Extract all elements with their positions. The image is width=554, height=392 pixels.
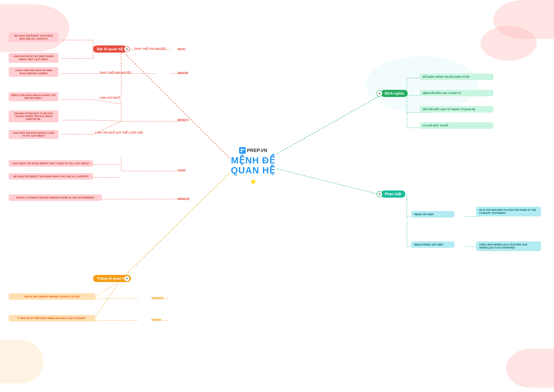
svg-line-0 xyxy=(121,50,229,158)
dinh-nghia-item-1: BỔ SUNG THÔNG TIN CHO DANH TỪ ĐÓ xyxy=(420,74,493,80)
phan-biet-star-badge: ✳ xyxy=(377,191,383,197)
whom-example: I HAD A MEETING WITH MY NEW BOSS (WHOM) … xyxy=(9,67,58,77)
which-label2-connector: LÀM TÂN NGỮ (CÓ THỂ LƯỢC BỎ) xyxy=(95,131,143,134)
center-title: PREP.VN MỆNH ĐỀ QUAN HỆ ★ xyxy=(229,147,277,186)
who-example-2: I WAS INVITED BY MY NEW FRIEND (WHO) I M… xyxy=(9,53,58,63)
whose-keyword: WHOSE xyxy=(177,197,190,201)
mdqh-khong-xac-dinh-example: TODD, WHO WORKS AS A TEACHER, HAS TRAVEL… xyxy=(476,241,541,251)
that-keyword: THAT xyxy=(177,168,186,172)
trang-tu-star-badge: ✳ xyxy=(124,276,130,282)
mdqh-xac-dinh-example: HE IS THE MAN WHO PLAYED THE PIANO AT TH… xyxy=(476,207,541,217)
svg-line-2 xyxy=(277,95,381,154)
prep-logo-text: PREP.VN xyxy=(247,148,267,153)
which-example-3: CAN I HAVE THE BOOK (WHICH) I GAVE TO YO… xyxy=(9,130,58,139)
dinh-nghia-item-4: CÓ CHỦ NGỮ, VỊ NGỮ xyxy=(420,122,493,129)
whose-example: NAM IS A STUDENT WHOSE PARENTS WORK IN T… xyxy=(9,194,102,201)
dinh-nghia-star-badge: ✳ xyxy=(377,91,383,97)
which-example-1: HERE IS THE BOOK WHICH IS ABOUT THE BAXT… xyxy=(9,92,58,101)
svg-rect-52 xyxy=(242,149,244,150)
center-star-icon: ★ xyxy=(229,177,277,186)
where-example: THIS IS THE LIBRARY WHERE I USUALLY STUD… xyxy=(9,293,95,300)
svg-line-17 xyxy=(93,100,121,104)
who-keyword: WHO xyxy=(177,47,186,51)
svg-line-43 xyxy=(93,279,121,299)
prep-logo: PREP.VN xyxy=(229,147,277,154)
mdqh-xac-dinh-label: MĐQH XÁC ĐỊNH xyxy=(411,211,454,217)
dai-tu-star-badge: ✳ xyxy=(124,46,130,52)
mindmap-container: PREP.VN MỆNH ĐỀ QUAN HỆ ★ Đại từ quan hệ… xyxy=(0,0,554,392)
svg-line-1 xyxy=(121,173,229,279)
who-label-connector: THAY THẾ CHO NGƯỜI xyxy=(134,47,166,50)
phan-biet-pill: Phân biệt xyxy=(381,190,405,198)
that-example-1: CAN I HAVE THE BOOK WHICH/ THAT I GAVE T… xyxy=(9,160,93,167)
whom-label-connector: THAY THẾ CHO NGƯỜI xyxy=(100,71,131,74)
who-example-1: WE HAVE DIFFERENT TEACHERS WHO ARE ALL E… xyxy=(9,33,58,42)
dinh-nghia-item-3: BẮT ĐẦU BỞI 1 ĐẠI TỪ/ TRẠNG TỪ QUAN HỆ xyxy=(420,106,493,112)
dai-tu-quan-he-pill: Đại từ quan hệ xyxy=(93,45,127,53)
svg-rect-53 xyxy=(241,151,242,152)
where-keyword: WHERE xyxy=(152,296,164,300)
which-keyword: WHICH xyxy=(177,118,188,122)
dinh-nghia-pill: Định nghĩa xyxy=(381,90,408,97)
whom-keyword: WHOM xyxy=(177,71,188,75)
svg-rect-51 xyxy=(241,149,242,150)
which-example-2: THE MAN SITTING NEXT TO ME KEPT TALKING … xyxy=(9,110,58,122)
which-label1-connector: LÀM CHỦ NGỮ xyxy=(100,96,120,99)
when-keyword: WHEN xyxy=(152,318,161,322)
svg-line-3 xyxy=(277,169,381,195)
mdqh-khong-xac-dinh-label: MĐQH KHÔNG XÁC ĐỊNH xyxy=(411,241,454,248)
when-example: IT WAS ON MY BIRTHDAY WHEN WE HAD A CAR … xyxy=(9,315,95,322)
that-example-2: WE HAVE DIFFERENT TEACHERS WHO/ THAT ARE… xyxy=(9,173,93,180)
dinh-nghia-item-2: MỆNH ĐỀ ĐỨNG SAU 1 DANH TỪ xyxy=(420,90,493,96)
svg-line-47 xyxy=(93,279,121,320)
svg-line-19 xyxy=(93,120,121,121)
main-title: MỆNH ĐỀ QUAN HỆ xyxy=(229,155,277,175)
prep-logo-icon xyxy=(239,147,246,154)
